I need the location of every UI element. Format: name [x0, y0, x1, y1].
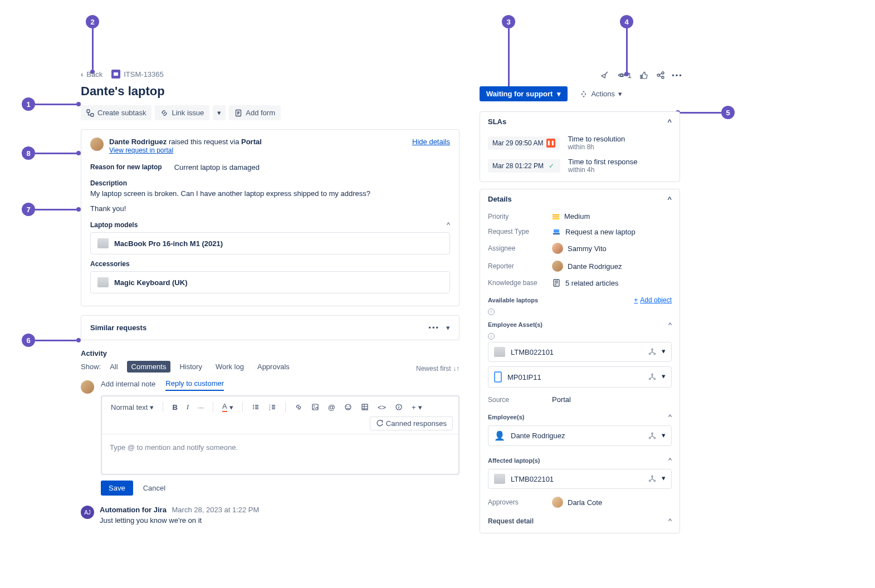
image-button[interactable] [308, 401, 322, 413]
chevron-down-icon[interactable]: ▾ [662, 431, 666, 441]
chevron-down-icon[interactable]: ▾ [662, 347, 666, 357]
accessory-card[interactable]: Magic Keyboard (UK) ▾ [90, 271, 450, 293]
link-issue-button[interactable]: Link issue [155, 105, 209, 120]
laptop-request-icon [552, 227, 561, 236]
chevron-up-icon[interactable]: ^ [668, 321, 672, 329]
description-text: My laptop screen is broken. Can I have a… [90, 189, 450, 198]
status-dropdown[interactable]: Waiting for support ▾ [480, 86, 568, 101]
tab-approvals[interactable]: Approvals [253, 361, 294, 373]
hide-details-link[interactable]: Hide details [412, 138, 450, 146]
chevron-up-icon[interactable]: ^ [668, 456, 672, 464]
svg-point-36 [649, 353, 651, 355]
schema-icon[interactable] [647, 431, 657, 441]
laptop-model-card[interactable]: MacBook Pro 16-inch M1 (2021) ▾ [90, 232, 450, 254]
form-icon [234, 109, 242, 117]
chevron-up-icon[interactable]: ^ [447, 220, 450, 229]
laptop-model-name: MacBook Pro 16-inch M1 (2021) [114, 239, 223, 248]
sort-button[interactable]: Newest first ↓↑ [416, 365, 460, 373]
add-more-button[interactable]: + ▾ [408, 401, 426, 414]
chevron-down-icon[interactable]: ▾ [662, 372, 666, 382]
sla-time-chip: Mar 28 01:22 PM ✓ [488, 159, 560, 173]
save-button[interactable]: Save [101, 481, 133, 496]
tab-history[interactable]: History [175, 361, 206, 373]
employee-card[interactable]: 👤Dante Rodriguez ▾ [488, 425, 672, 446]
info-icon[interactable]: i [488, 308, 495, 315]
tab-worklog[interactable]: Work log [211, 361, 248, 373]
chevron-down-icon: ▾ [150, 403, 154, 411]
link-button[interactable] [291, 401, 306, 413]
create-subtask-button[interactable]: Create subtask [81, 105, 151, 120]
comment-composer: Normal text ▾ B I ··· A ▾ 123 [101, 395, 460, 475]
issue-key[interactable]: ITSM-13365 [124, 70, 164, 79]
watch-button[interactable]: 1 [617, 71, 632, 80]
reason-label: Reason for new laptop [90, 163, 162, 171]
feedback-icon[interactable] [600, 71, 609, 80]
actions-dropdown[interactable]: Actions ▾ [579, 86, 623, 101]
sla-time-chip: Mar 29 09:50 AM ❚❚ [488, 136, 560, 150]
chevron-left-icon[interactable]: ‹ [81, 70, 83, 79]
details-title: Details [488, 195, 512, 203]
text-color-button[interactable]: A ▾ [219, 400, 237, 414]
back-link[interactable]: Back [86, 70, 102, 79]
cancel-button[interactable]: Cancel [138, 481, 171, 496]
priority-field[interactable]: Priority Medium [480, 209, 680, 224]
comment-textarea[interactable]: Type @ to mention and notify someone. [102, 434, 458, 474]
assignee-field[interactable]: Assignee Sammy Vito [480, 239, 680, 257]
info-button[interactable] [392, 401, 406, 413]
more-format-button[interactable]: ··· [194, 401, 207, 414]
more-icon[interactable]: ••• [428, 324, 439, 332]
emoji-button[interactable] [341, 401, 355, 413]
reply-to-customer-tab[interactable]: Reply to customer [165, 379, 224, 391]
text-style-dropdown[interactable]: Normal text ▾ [107, 401, 157, 414]
canned-responses-button[interactable]: Canned responses [370, 416, 453, 430]
bullet-list-button[interactable] [248, 401, 263, 413]
issue-type-icon [111, 70, 120, 79]
chevron-up-icon[interactable]: ^ [668, 413, 672, 421]
bold-button[interactable]: B [169, 401, 180, 414]
mention-button[interactable]: @ [325, 401, 339, 414]
request-panel: Dante Rodriguez raised this request via … [81, 129, 460, 306]
add-object-link[interactable]: +Add object [634, 296, 672, 304]
callout-badge-3: 3 [502, 15, 515, 28]
request-type-field[interactable]: Request Type Request a new laptop [480, 224, 680, 239]
avatar [552, 243, 563, 254]
laptop-models-label: Laptop models [90, 221, 138, 229]
ordered-list-button[interactable]: 123 [265, 401, 280, 413]
table-button[interactable] [358, 401, 372, 413]
chevron-down-icon[interactable]: ▾ [662, 474, 666, 484]
callout-badge-2: 2 [86, 15, 99, 28]
asset-card[interactable]: LTMB022101 ▾ [488, 342, 672, 362]
tab-comments[interactable]: Comments [127, 361, 171, 373]
sla-row: Mar 29 09:50 AM ❚❚ Time to resolution wi… [480, 131, 680, 154]
sort-icon: ↓↑ [453, 365, 460, 373]
like-icon[interactable] [639, 71, 648, 80]
more-icon[interactable]: ••• [673, 71, 682, 80]
approvers-field[interactable]: Approvers Darla Cote [480, 493, 680, 511]
similar-requests-panel: Similar requests ••• ▾ [81, 315, 460, 340]
add-form-button[interactable]: Add form [229, 105, 281, 120]
share-icon[interactable] [656, 71, 665, 80]
schema-icon[interactable] [647, 347, 657, 357]
person-icon: 👤 [494, 430, 505, 441]
callout-badge-6: 6 [22, 334, 35, 347]
schema-icon[interactable] [647, 474, 657, 484]
keyboard-icon [97, 277, 109, 287]
view-in-portal-link[interactable]: View request in portal [109, 146, 173, 154]
link-icon [160, 109, 168, 117]
schema-icon[interactable] [647, 372, 657, 382]
asset-card[interactable]: LTMB022101 ▾ [488, 469, 672, 489]
chevron-up-icon[interactable]: ^ [667, 195, 672, 203]
info-icon[interactable]: i [488, 333, 495, 340]
link-issue-dropdown[interactable]: ▾ [213, 105, 226, 120]
chevron-up-icon[interactable]: ^ [668, 517, 672, 525]
knowledge-base-field[interactable]: Knowledge base 5 related articles [480, 275, 680, 291]
add-internal-note-tab[interactable]: Add internal note [101, 380, 155, 390]
tab-all[interactable]: All [105, 361, 122, 373]
chevron-up-icon[interactable]: ^ [667, 117, 672, 126]
reporter-field[interactable]: Reporter Dante Rodriguez [480, 257, 680, 275]
code-button[interactable]: <> [374, 401, 389, 414]
chevron-down-icon[interactable]: ▾ [446, 324, 450, 332]
asset-card[interactable]: MP01IP11 ▾ [488, 366, 672, 388]
italic-button[interactable]: I [183, 400, 192, 414]
sla-title: Time to first response [568, 158, 638, 166]
